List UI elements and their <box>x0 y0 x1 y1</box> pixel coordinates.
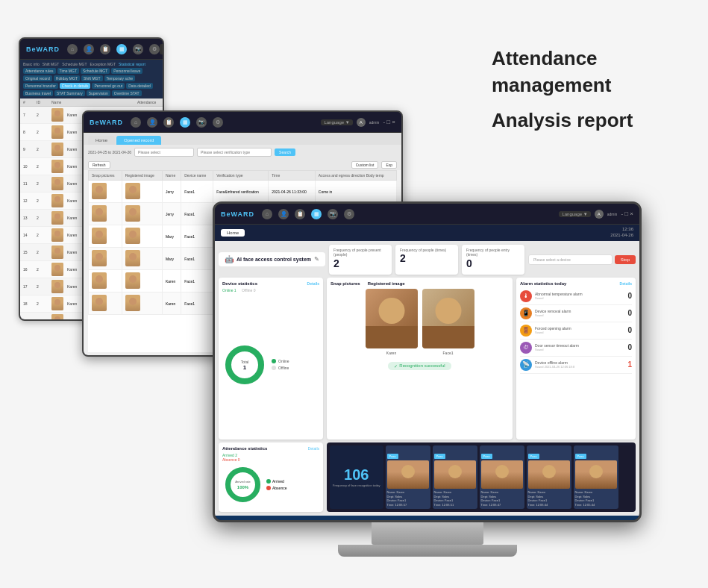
med-nav-cam[interactable]: 📷 <box>196 117 207 128</box>
sub-transfer[interactable]: Personnel transfer <box>23 83 58 89</box>
thumb5-badge: Pass <box>575 454 586 459</box>
recognition-badge: ✓ Recognition successful <box>388 362 451 370</box>
med-nav-home[interactable]: ⌂ <box>131 117 141 128</box>
sub-attendance[interactable]: Attendance rules <box>23 68 56 74</box>
face-count-card: 106 Frequency of face recognition today <box>330 445 383 508</box>
nav-icon-user[interactable]: 👤 <box>84 44 94 54</box>
med-lang-btn[interactable]: Language ▼ <box>321 119 352 125</box>
sub-datadetail[interactable]: Data detailed <box>126 83 152 89</box>
lang-btn[interactable]: Language ▼ <box>160 44 164 54</box>
nav-icon-home[interactable]: ⌂ <box>67 44 78 54</box>
large-screen: BeWARD ⌂ 👤 📋 ▦ 📷 ⚙ Language ▼ A admin - … <box>213 201 642 522</box>
snap-img <box>92 228 107 244</box>
device-select[interactable]: Please select a device <box>528 254 613 265</box>
tab-home[interactable]: Home <box>88 136 115 145</box>
sub-overtime[interactable]: Overtime STAT <box>112 90 142 96</box>
export-btn[interactable]: Exp <box>381 161 397 169</box>
td-name: Mary <box>162 248 181 270</box>
avatar <box>51 314 63 321</box>
tab-opened-record[interactable]: Opened record <box>116 136 161 145</box>
sub-business[interactable]: Business travel <box>23 90 53 96</box>
system-title-card: 🤖 AI face access control system ✎ <box>219 252 325 266</box>
table-row[interactable]: Jerry Face1 Face&infrared verification 2… <box>89 181 397 203</box>
td-device: Face1 <box>181 248 213 270</box>
col-name: Name <box>51 100 61 104</box>
sub-leave[interactable]: Personnel leave <box>111 68 142 74</box>
device-legend: Online Offline <box>272 359 289 370</box>
offline-alarm-sub: Sound 2021-04-26 12:06:18:8 <box>535 365 620 369</box>
large-nav-user[interactable]: 👤 <box>278 209 289 219</box>
offline-legend: Offline <box>272 366 289 370</box>
sub-sched[interactable]: Schedule MGT <box>81 68 110 74</box>
sub-checkin[interactable]: Check-in details <box>60 83 91 89</box>
alarm-details-link[interactable]: Details <box>620 281 632 286</box>
device-alarm-label: Device removal alarm Sound <box>535 309 620 318</box>
forced-alarm-label: Forced opening alarm Sound <box>535 326 620 335</box>
svg-text:Arrived rate: Arrived rate <box>235 480 251 484</box>
home-topbar-btn[interactable]: Home <box>221 229 245 237</box>
date-range-label: 2021-04-25 to 2021-04-26 <box>88 150 131 154</box>
edit-icon[interactable]: ✎ <box>314 256 319 263</box>
online-legend: Online <box>272 359 289 363</box>
sub-temp[interactable]: Temporary sche <box>104 75 136 81</box>
nav-icon-cam[interactable]: 📷 <box>133 44 143 54</box>
svg-text:100%: 100% <box>237 485 249 490</box>
search-input[interactable] <box>134 148 194 157</box>
temp-alarm-label: Abnormal temperature alarm Sound <box>535 292 620 301</box>
bottom-section: Attendance statistics Details Arrived 2 … <box>219 442 636 511</box>
sub-stat[interactable]: STAT Summary <box>54 90 85 96</box>
offline-dot <box>272 366 276 370</box>
avatar <box>51 177 63 190</box>
online-label: Online 1 <box>222 288 236 293</box>
check-icon: ✓ <box>394 363 398 369</box>
med-nav-doc[interactable]: 📋 <box>163 117 174 128</box>
sub-time[interactable]: Time MGT <box>57 68 79 74</box>
sub-holiday[interactable]: Holiday MGT <box>54 75 80 81</box>
large-nav-doc[interactable]: 📋 <box>295 209 305 219</box>
sub-goout[interactable]: Personnel go out <box>92 83 125 89</box>
med-nav-gear[interactable]: ⚙ <box>213 117 223 128</box>
large-nav-gear[interactable]: ⚙ <box>344 209 354 219</box>
large-nav-active[interactable]: ▦ <box>311 209 322 219</box>
large-nav-cam[interactable]: 📷 <box>328 209 338 219</box>
offline-alarm-count: 1 <box>623 360 632 369</box>
search-input2[interactable] <box>197 148 272 157</box>
menu-basic[interactable]: Basic info <box>23 62 40 66</box>
sub-original[interactable]: Original record <box>23 75 52 81</box>
med-logo: BeWARD <box>90 119 123 126</box>
nav-icon-active[interactable]: ▦ <box>116 44 127 54</box>
large-admin-avatar: A <box>595 210 604 219</box>
right-text-block: Attendance management Analysis report <box>492 45 686 134</box>
col-id: ID <box>37 100 51 104</box>
menu-schedule[interactable]: Schedule MGT <box>62 62 87 66</box>
menu-shift[interactable]: Shift MGT <box>43 62 60 66</box>
med-nav-user[interactable]: 👤 <box>147 117 157 128</box>
absence-legend: Absence <box>266 486 286 490</box>
nav-icon-gear[interactable]: ⚙ <box>149 44 160 54</box>
time-value: 12:36 <box>610 227 633 233</box>
alarm-item-forced: 🚪 Forced opening alarm Sound 0 <box>520 322 632 340</box>
td-name: Mary <box>162 225 181 248</box>
sub-shift2[interactable]: Shift MGT <box>81 75 103 81</box>
search-btn[interactable]: Search <box>275 148 295 156</box>
large-nav-right: Language ▼ A admin - □ × <box>559 210 633 219</box>
large-main: 🤖 AI face access control system ✎ Freque… <box>215 241 639 516</box>
large-nav-home[interactable]: ⌂ <box>262 209 272 219</box>
door-alarm-icon: ⏱ <box>520 342 532 354</box>
nav-icon-doc[interactable]: 📋 <box>100 44 110 54</box>
large-navbar: BeWARD ⌂ 👤 📋 ▦ 📷 ⚙ Language ▼ A admin - … <box>215 204 639 225</box>
custom-list-btn[interactable]: Custom list <box>351 161 379 169</box>
thumb4-badge: Pass <box>528 454 539 459</box>
menu-exception[interactable]: Exception MGT <box>90 62 116 66</box>
stop-btn[interactable]: Stop <box>615 255 636 264</box>
refresh-btn[interactable]: Refresh <box>88 161 110 169</box>
med-nav-active[interactable]: ▦ <box>180 117 190 128</box>
attendance-detail[interactable]: Details <box>308 446 319 451</box>
avatar <box>51 211 63 225</box>
device-stats-detail[interactable]: Details <box>307 281 319 286</box>
device-alarm-sub: Sound <box>535 313 620 317</box>
menu-statistical[interactable]: Statistical report <box>119 62 145 66</box>
sub-supervision[interactable]: Supervision <box>87 90 110 96</box>
large-lang-btn[interactable]: Language ▼ <box>559 211 590 217</box>
td-verif: Face&infrared verification <box>213 181 269 203</box>
